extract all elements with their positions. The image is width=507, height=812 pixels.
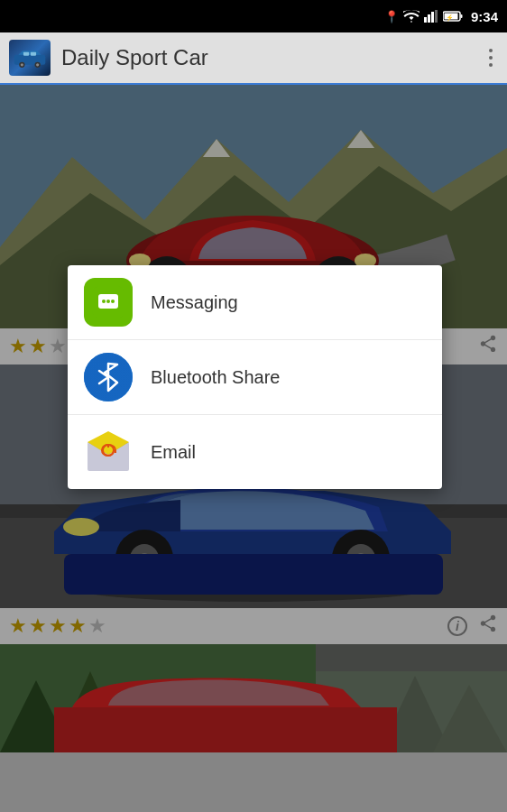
status-bar: 📍 ⚡ 9:34 — [0, 0, 507, 32]
messaging-label: Messaging — [151, 292, 238, 313]
svg-rect-1 — [428, 14, 430, 23]
bluetooth-label: Bluetooth Share — [151, 367, 280, 388]
status-time: 9:34 — [471, 9, 498, 24]
svg-rect-3 — [435, 10, 438, 23]
content-area: ★ ★ ★ ★ ★ — [0, 85, 507, 812]
menu-dot — [489, 56, 493, 60]
svg-rect-0 — [424, 17, 427, 23]
app-icon — [9, 40, 51, 76]
app-title: Daily Sport Car — [61, 45, 484, 70]
svg-point-11 — [21, 63, 23, 66]
share-dialog: Messaging Bluetooth Shar — [68, 265, 442, 489]
more-options-button[interactable] — [484, 43, 498, 72]
signal-icon — [424, 10, 438, 23]
svg-rect-13 — [23, 52, 29, 56]
menu-dot — [489, 63, 493, 67]
email-label: Email — [151, 442, 196, 463]
share-messaging-item[interactable]: Messaging — [68, 265, 442, 340]
share-email-item[interactable]: Email — [68, 415, 442, 489]
svg-point-12 — [36, 63, 39, 66]
messaging-icon — [84, 278, 133, 327]
svg-rect-8 — [14, 55, 46, 65]
share-bluetooth-item[interactable]: Bluetooth Share — [68, 340, 442, 415]
status-icons: 📍 ⚡ 9:34 — [384, 9, 498, 24]
svg-text:⚡: ⚡ — [446, 14, 454, 22]
svg-point-51 — [106, 300, 110, 303]
svg-rect-14 — [31, 52, 36, 56]
svg-point-52 — [111, 300, 115, 303]
car-logo-icon — [13, 48, 47, 68]
bluetooth-icon — [84, 353, 133, 401]
menu-dot — [489, 49, 493, 52]
email-icon — [84, 428, 133, 476]
svg-rect-5 — [460, 14, 462, 18]
location-icon: 📍 — [384, 10, 399, 23]
svg-point-50 — [102, 300, 106, 303]
app-bar: Daily Sport Car — [0, 32, 507, 85]
svg-rect-2 — [431, 12, 434, 23]
battery-icon: ⚡ — [443, 11, 463, 22]
wifi-icon — [403, 10, 419, 23]
